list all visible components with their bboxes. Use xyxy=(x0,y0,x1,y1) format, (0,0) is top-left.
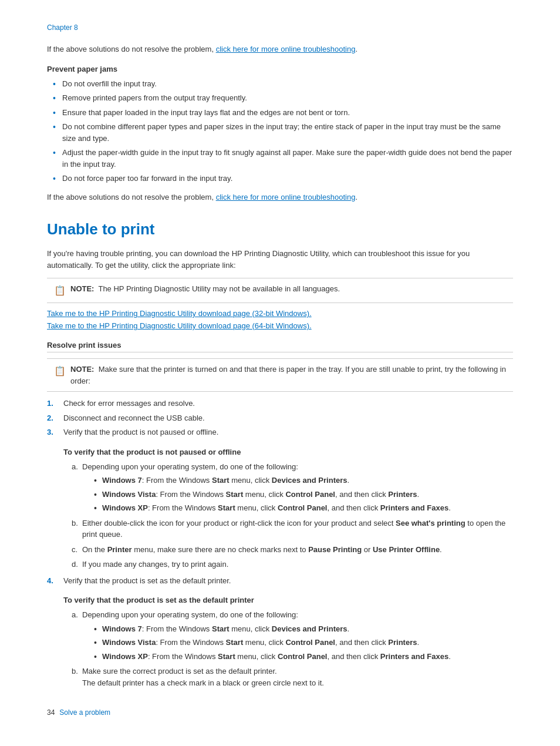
alpha-list-item-a2: a. Depending upon your operating system,… xyxy=(72,609,513,662)
link-32bit[interactable]: Take me to the HP Printing Diagnostic Ut… xyxy=(47,309,312,318)
outro-paragraph: If the above solutions do not resolve th… xyxy=(47,191,513,203)
prevent-jams-heading: Prevent paper jams xyxy=(47,65,513,73)
list-item: 3. Verify that the product is not paused… xyxy=(47,426,513,438)
page-footer: 34 Solve a problem xyxy=(47,708,110,717)
alpha-list-item-b: b. Either double-click the icon for your… xyxy=(72,518,513,540)
list-item: Adjust the paper-width guide in the inpu… xyxy=(53,147,513,170)
alpha-list-item-b2: b. Make sure the correct product is set … xyxy=(72,666,513,688)
list-item: Windows XP: From the Windows Start menu,… xyxy=(94,502,513,514)
list-item: 2. Disconnect and reconnect the USB cabl… xyxy=(47,412,513,424)
intro-before-link: If the above solutions do not resolve th… xyxy=(47,45,216,53)
unable-to-print-title: Unable to print xyxy=(47,220,513,238)
os-bullet-list-2: Windows 7: From the Windows Start menu, … xyxy=(82,623,513,663)
verify-default-alpha-list: a. Depending upon your operating system,… xyxy=(63,609,513,688)
os-bullet-list-1: Windows 7: From the Windows Start menu, … xyxy=(82,475,513,514)
list-item: 1. Check for error messages and resolve. xyxy=(47,398,513,409)
intro-troubleshoot-link[interactable]: click here for more online troubleshooti… xyxy=(216,45,356,53)
note-text-utility: NOTE: The HP Printing Diagnostic Utility… xyxy=(70,283,340,295)
chapter-label: Chapter 8 xyxy=(47,23,513,32)
list-item: Windows 7: From the Windows Start menu, … xyxy=(94,475,513,486)
note-icon: 📋 xyxy=(54,284,66,298)
list-item: Do not force paper too far forward in th… xyxy=(53,173,513,184)
note-text-resolve: NOTE: Make sure that the printer is turn… xyxy=(70,364,506,387)
verify-default-heading: To verify that the product is set as the… xyxy=(63,596,513,604)
intro-after-link: . xyxy=(355,45,357,53)
page-number: 34 xyxy=(47,708,55,717)
list-item: Windows Vista: From the Windows Start me… xyxy=(94,489,513,500)
list-item: Windows 7: From the Windows Start menu, … xyxy=(94,623,513,635)
outro-before-link: If the above solutions do not resolve th… xyxy=(47,193,216,201)
outro-after-link: . xyxy=(355,193,357,201)
verify-default-section: To verify that the product is set as the… xyxy=(47,596,513,688)
list-item: Windows Vista: From the Windows Start me… xyxy=(94,637,513,648)
alpha-list-item-c: c. On the Printer menu, make sure there … xyxy=(72,544,513,556)
verify-not-paused-alpha-list: a. Depending upon your operating system,… xyxy=(63,461,513,570)
note-box-utility: 📋 NOTE: The HP Printing Diagnostic Utili… xyxy=(47,278,513,303)
list-item: Do not combine different paper types and… xyxy=(53,121,513,144)
outro-troubleshoot-link[interactable]: click here for more online troubleshooti… xyxy=(216,193,356,201)
footer-section-label: Solve a problem xyxy=(59,708,110,717)
unable-to-print-intro: If you're having trouble printing, you c… xyxy=(47,248,513,271)
resolve-steps-list: 1. Check for error messages and resolve.… xyxy=(47,398,513,438)
list-item: 4. Verify that the product is set as the… xyxy=(47,575,513,587)
alpha-list-item-d: d. If you made any changes, try to print… xyxy=(72,559,513,570)
link-64bit[interactable]: Take me to the HP Printing Diagnostic Ut… xyxy=(47,321,312,330)
diagnostic-link-64bit: Take me to the HP Printing Diagnostic Ut… xyxy=(47,321,513,330)
intro-paragraph: If the above solutions do not resolve th… xyxy=(47,43,513,55)
alpha-list-item-a: a. Depending upon your operating system,… xyxy=(72,461,513,514)
diagnostic-link-32bit: Take me to the HP Printing Diagnostic Ut… xyxy=(47,309,513,318)
prevent-jams-list: Do not overfill the input tray. Remove p… xyxy=(47,78,513,184)
list-item: Remove printed papers from the output tr… xyxy=(53,92,513,104)
verify-not-paused-section: To verify that the product is not paused… xyxy=(47,448,513,570)
step4-list: 4. Verify that the product is set as the… xyxy=(47,575,513,587)
list-item: Ensure that paper loaded in the input tr… xyxy=(53,107,513,119)
resolve-print-issues-heading: Resolve print issues xyxy=(47,341,513,352)
note-box-resolve: 📋 NOTE: Make sure that the printer is tu… xyxy=(47,358,513,392)
note-icon-resolve: 📋 xyxy=(54,364,66,378)
list-item: Do not overfill the input tray. xyxy=(53,78,513,90)
verify-not-paused-heading: To verify that the product is not paused… xyxy=(63,448,513,456)
list-item: Windows XP: From the Windows Start menu,… xyxy=(94,651,513,663)
